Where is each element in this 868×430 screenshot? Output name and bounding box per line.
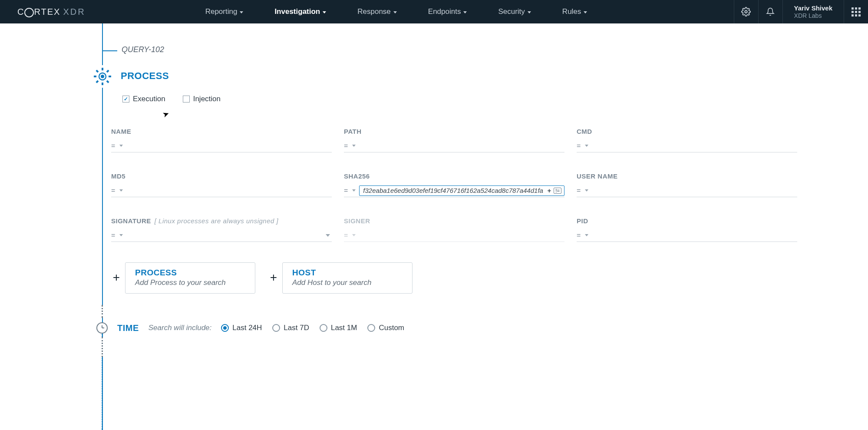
add-card-title: PROCESS [135,268,245,278]
md5-input[interactable] [126,187,332,195]
chevron-down-icon [528,11,531,13]
query-builder: QUERY-102 PROCESS Execution Injection ➤ … [0,23,868,430]
nav-rules[interactable]: Rules [547,0,603,23]
name-input[interactable] [126,142,332,150]
clock-icon [96,322,108,334]
settings-button[interactable] [734,0,758,23]
nav-security[interactable]: Security [482,0,546,23]
chevron-down-icon [463,11,467,13]
field-label: MD5 [111,172,332,180]
add-host-card[interactable]: HOST Add Host to your search [282,262,413,294]
chevron-down-icon [585,189,588,192]
checkbox-icon [183,96,190,103]
chevron-down-icon [323,11,326,13]
top-nav-bar: CRTEX XDR Reporting Investigation Respon… [0,0,868,23]
topbar-right: Yariv Shivek XDR Labs [734,0,868,23]
cmd-input[interactable] [592,142,797,150]
time-option-last7d[interactable]: Last 7D [272,324,309,332]
radio-label: Last 7D [284,324,309,332]
brand-suffix: XDR [63,7,85,17]
time-option-custom[interactable]: Custom [367,324,404,332]
radio-label: Last 24H [232,324,262,332]
operator-label: = [344,142,349,150]
chevron-down-icon [584,11,587,13]
apps-button[interactable] [844,0,868,23]
nav-reporting[interactable]: Reporting [190,0,259,23]
operator-label: = [577,232,581,239]
field-label: PATH [344,128,564,135]
signature-field: SIGNATURE [ Linux processes are always u… [111,217,332,242]
svg-point-2 [101,75,104,78]
time-radio-group: Last 24H Last 7D Last 1M Custom [221,324,404,332]
field-input-row[interactable]: = [111,229,332,242]
path-input[interactable] [359,142,564,150]
field-label: PID [577,217,797,225]
pid-input[interactable] [592,232,797,239]
signature-label-text: SIGNATURE [111,217,151,225]
chevron-down-icon [352,145,356,147]
field-label: NAME [111,128,332,135]
field-input-row[interactable]: = [577,184,797,197]
nav-response[interactable]: Response [342,0,413,23]
chevron-down-icon [585,145,588,147]
radio-icon [367,324,375,332]
username-input[interactable] [592,187,797,195]
process-section-icon [91,65,114,88]
operator-label: = [577,142,581,150]
operator-label: = [344,187,349,195]
add-card-subtitle: Add Host to your search [292,278,403,287]
field-input-row[interactable]: = [577,139,797,152]
field-input-row[interactable]: = f32eaba1e6ed9d03efef19cf476716f162a524… [344,184,564,197]
chevron-down-icon [119,145,123,147]
radio-label: Last 1M [331,324,357,332]
injection-checkbox[interactable]: Injection [183,95,221,103]
nav-label: Investigation [274,7,320,16]
field-input-row[interactable]: = [111,184,332,197]
signer-field: SIGNER = [344,217,564,242]
field-input-row[interactable]: = [577,229,797,242]
cmd-field: CMD = [577,128,797,152]
field-label: USER NAME [577,172,797,180]
field-input-row[interactable]: = [344,139,564,152]
sha256-value: f32eaba1e6ed9d03efef19cf476716f162a524ca… [363,187,545,194]
sha256-chip[interactable]: f32eaba1e6ed9d03efef19cf476716f162a524ca… [359,185,564,196]
field-input-row: = [344,229,564,242]
bell-icon [766,7,775,16]
operator-label: = [111,187,116,195]
nav-investigation[interactable]: Investigation [259,0,342,23]
gear-icon [741,7,751,17]
nav-label: Endpoints [428,7,461,16]
nav-endpoints[interactable]: Endpoints [413,0,483,23]
operator-label: = [344,232,349,239]
time-option-last24h[interactable]: Last 24H [221,324,262,332]
user-name: Yariv Shivek [794,4,832,12]
svg-point-0 [745,10,747,13]
sha256-field: SHA256 = f32eaba1e6ed9d03efef19cf476716f… [344,172,564,197]
logo-mark-icon [24,8,34,17]
query-id-connector [102,50,117,51]
timeline-dotted [102,337,103,357]
username-field: USER NAME = [577,172,797,197]
add-host-group: + HOST Add Host to your search [268,262,413,294]
notifications-button[interactable] [758,0,782,23]
chevron-down-icon [352,189,356,192]
time-option-last1m[interactable]: Last 1M [320,324,357,332]
user-box[interactable]: Yariv Shivek XDR Labs [782,0,844,23]
nav-label: Reporting [205,7,238,16]
gear-icon [92,66,113,87]
checkbox-label: Execution [133,95,165,103]
chevron-down-icon [119,189,123,192]
execution-checkbox[interactable]: Execution [122,95,165,103]
field-input-row[interactable]: = [111,139,332,152]
name-field: NAME = [111,128,332,152]
chevron-down-icon [352,234,356,236]
chevron-down-icon [326,234,330,237]
signature-input[interactable] [126,232,322,239]
nav-label: Rules [562,7,581,16]
chevron-down-icon [393,11,397,13]
main-nav: Reporting Investigation Response Endpoin… [190,0,734,23]
pid-field: PID = [577,217,797,242]
add-process-card[interactable]: PROCESS Add Process to your search [125,262,255,294]
checkbox-icon [122,96,129,103]
query-id: QUERY-102 [122,45,164,54]
